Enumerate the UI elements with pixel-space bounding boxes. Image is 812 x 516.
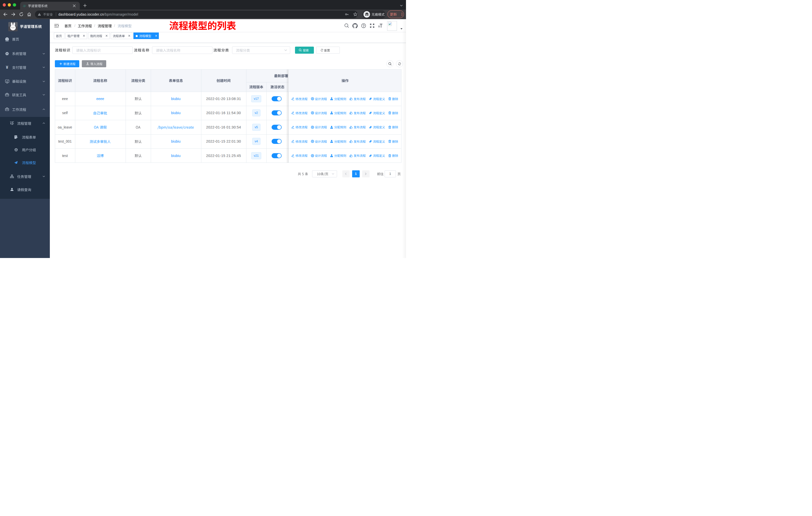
- svg-text:¥: ¥: [6, 65, 8, 69]
